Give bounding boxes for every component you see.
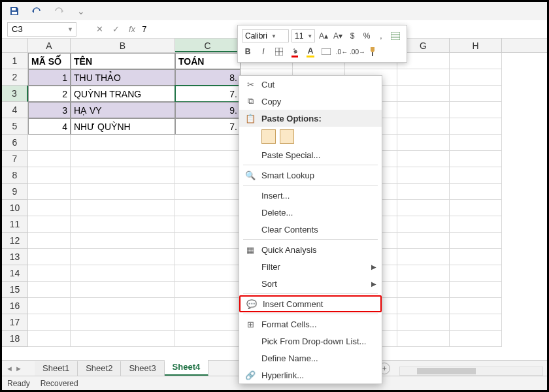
cell-H4[interactable] [450,102,502,118]
cell-A11[interactable] [28,216,71,233]
column-header-B[interactable]: B [71,39,175,52]
cell-H6[interactable] [450,135,502,151]
cell-B16[interactable] [71,298,175,314]
cell-B5[interactable]: NHƯ QUỲNH [71,118,175,135]
cell-H1[interactable] [450,53,502,69]
save-icon[interactable] [7,4,22,18]
merge-icon[interactable] [320,46,332,57]
cell-C12[interactable] [175,233,241,249]
cell-C7[interactable] [175,151,241,167]
tab-sheet3[interactable]: Sheet3 [121,361,164,376]
format-painter-icon[interactable] [367,46,379,57]
row-header-13[interactable]: 13 [2,249,28,265]
cell-H18[interactable] [450,331,502,347]
cell-H11[interactable] [450,216,502,233]
cancel-icon[interactable]: ✕ [96,24,103,34]
row-header-17[interactable]: 17 [2,314,28,331]
cell-A12[interactable] [28,233,71,249]
cell-A5[interactable]: 4 [28,118,71,135]
fill-color-icon[interactable]: ঌ [289,46,301,57]
row-header-16[interactable]: 16 [2,298,28,314]
cell-G13[interactable] [397,249,450,265]
cell-C4[interactable]: 9. [175,102,241,118]
decrease-decimal-icon[interactable]: .00→ [352,46,363,57]
cell-A3[interactable]: 2 [28,86,71,102]
cell-C1[interactable]: TOÁN [175,53,241,69]
qat-dropdown-icon[interactable]: ⌄ [74,4,88,18]
column-header-H[interactable]: H [450,39,502,52]
cell-H14[interactable] [450,265,502,282]
row-header-1[interactable]: 1 [2,53,28,69]
menu-sort[interactable]: Sort▶ [239,275,382,292]
row-header-10[interactable]: 10 [2,200,28,216]
cell-B14[interactable] [71,265,175,282]
menu-copy[interactable]: ⧉Copy [239,93,382,110]
cell-B2[interactable]: THU THẢO [71,69,175,86]
column-header-A[interactable]: A [28,39,71,52]
cell-H17[interactable] [450,314,502,331]
row-header-12[interactable]: 12 [2,233,28,249]
row-header-6[interactable]: 6 [2,135,28,151]
tab-sheet4[interactable]: Sheet4 [165,360,209,376]
menu-cut[interactable]: ✂Cut [239,76,382,93]
cell-G10[interactable] [397,200,450,216]
menu-paste-special[interactable]: Paste Special... [239,146,382,163]
row-header-9[interactable]: 9 [2,184,28,200]
menu-define-name[interactable]: Define Name... [239,350,382,367]
row-header-14[interactable]: 14 [2,265,28,282]
sheet-nav[interactable]: ◄ ► [6,365,22,372]
menu-delete[interactable]: Delete... [239,204,382,221]
row-header-8[interactable]: 8 [2,167,28,184]
menu-hyperlink[interactable]: 🔗Hyperlink... [239,367,382,384]
cell-A9[interactable] [28,184,71,200]
cell-B7[interactable] [71,151,175,167]
cell-H2[interactable] [450,69,502,86]
cell-H13[interactable] [450,249,502,265]
cell-B8[interactable] [71,167,175,184]
cell-C6[interactable] [175,135,241,151]
borders-icon[interactable] [273,46,285,57]
cell-B17[interactable] [71,314,175,331]
bold-icon[interactable]: B [242,46,254,57]
menu-smart-lookup[interactable]: 🔍Smart Lookup [239,167,382,184]
cell-C2[interactable]: 8. [175,69,241,86]
cell-G6[interactable] [397,135,450,151]
cell-B18[interactable] [71,331,175,347]
cell-C3[interactable]: 7. [175,86,241,102]
row-header-18[interactable]: 18 [2,331,28,347]
menu-quick-analysis[interactable]: ▦Quick Analysis [239,241,382,258]
cell-C9[interactable] [175,184,241,200]
fx-icon[interactable]: fx [129,24,135,34]
menu-filter[interactable]: Filter▶ [239,258,382,275]
enter-icon[interactable]: ✓ [112,24,120,34]
font-size-combo[interactable]: 11▼ [291,29,315,42]
cell-B15[interactable] [71,282,175,298]
cell-B9[interactable] [71,184,175,200]
cell-A1[interactable]: MÃ SỐ [28,53,71,69]
cell-G5[interactable] [397,118,450,135]
cell-G7[interactable] [397,151,450,167]
cell-H9[interactable] [450,184,502,200]
cell-G8[interactable] [397,167,450,184]
chevron-down-icon[interactable]: ▼ [67,26,73,33]
row-header-3[interactable]: 3 [2,86,28,102]
row-header-11[interactable]: 11 [2,216,28,233]
cell-G4[interactable] [397,102,450,118]
cell-G3[interactable] [397,86,450,102]
cell-A10[interactable] [28,200,71,216]
cell-B1[interactable]: TÊN [71,53,175,69]
cell-A8[interactable] [28,167,71,184]
cell-B10[interactable] [71,200,175,216]
italic-icon[interactable]: I [258,46,269,57]
cell-A7[interactable] [28,151,71,167]
cell-B12[interactable] [71,233,175,249]
cell-A16[interactable] [28,298,71,314]
cell-G16[interactable] [397,298,450,314]
row-header-2[interactable]: 2 [2,69,28,86]
comma-style-icon[interactable]: , [375,30,387,42]
undo-icon[interactable] [29,4,44,18]
cell-C11[interactable] [175,216,241,233]
column-header-C[interactable]: C [175,39,241,52]
row-header-4[interactable]: 4 [2,102,28,118]
select-all-corner[interactable] [2,39,28,52]
